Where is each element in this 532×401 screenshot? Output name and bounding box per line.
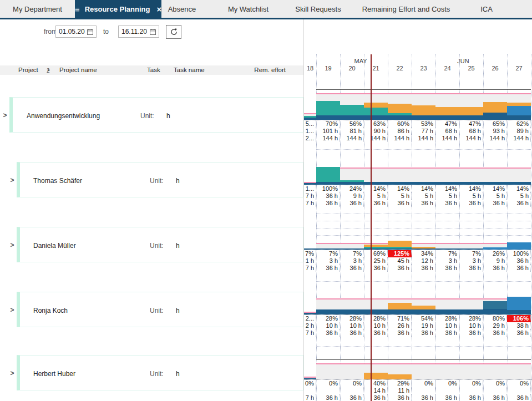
value-cell: 36 h bbox=[388, 200, 412, 207]
utilization-bar-stack bbox=[304, 337, 316, 379]
value-cell: 3 h bbox=[316, 257, 340, 265]
value-cell: 54% bbox=[412, 315, 435, 322]
expander-icon[interactable]: > bbox=[9, 176, 16, 184]
value-cell: 7% bbox=[435, 250, 459, 257]
column-header-rem-effort[interactable]: Rem. effort bbox=[252, 67, 286, 73]
value-cell: 36 h bbox=[483, 394, 507, 401]
value-cell: 14% bbox=[412, 185, 435, 192]
value-cell: 14% bbox=[459, 185, 483, 192]
tab-ica[interactable]: ICA bbox=[470, 0, 503, 18]
value-cell: 36 h bbox=[412, 394, 435, 401]
value-cell: 56% bbox=[340, 120, 364, 128]
project-row-card[interactable]: AnwendungsentwicklungUnit:h bbox=[9, 97, 303, 133]
utilization-bar-stack bbox=[507, 207, 531, 250]
value-cell: 53% bbox=[412, 120, 435, 128]
tab-label: Absence bbox=[168, 5, 196, 13]
value-cell: 144 h bbox=[412, 135, 435, 142]
value-cell: 106% bbox=[507, 315, 531, 322]
value-cell: 1... bbox=[304, 185, 316, 192]
bar-segment-or bbox=[483, 102, 507, 113]
refresh-button[interactable] bbox=[166, 25, 181, 39]
value-cell: 7% bbox=[340, 250, 364, 257]
column-header-task-name[interactable]: Task name bbox=[174, 67, 205, 73]
person-row-card[interactable]: Daniela MüllerUnit:h bbox=[17, 227, 303, 262]
expander-icon[interactable]: > bbox=[9, 241, 16, 249]
month-label: JUN bbox=[447, 58, 480, 64]
value-cell: 36 h bbox=[459, 265, 483, 272]
resource-planning-app: My Department≡Resource Planning×AbsenceM… bbox=[0, 0, 532, 401]
value-cell: 28% bbox=[459, 315, 483, 322]
value-line-pct: 1...100%24%14%14%14%14%14%14%14% bbox=[304, 185, 532, 192]
value-cell: 36 h bbox=[316, 265, 340, 272]
utilization-bar-stack bbox=[304, 78, 316, 120]
utilization-bar-stack bbox=[412, 78, 435, 120]
person-name: Herbert Huber bbox=[33, 370, 75, 378]
value-cell: 36 h bbox=[412, 200, 435, 207]
value-cell: 28% bbox=[316, 315, 340, 322]
menu-burger-icon[interactable]: ≡ bbox=[75, 4, 80, 14]
tab-resource-planning[interactable]: ≡Resource Planning× bbox=[75, 0, 161, 18]
expander-icon[interactable]: > bbox=[2, 111, 8, 119]
column-header-project-name[interactable]: Project name bbox=[59, 67, 97, 73]
expander-icon[interactable]: > bbox=[9, 369, 16, 377]
person-row-card[interactable]: Herbert HuberUnit:h bbox=[17, 355, 303, 390]
person-name: Daniela Müller bbox=[33, 242, 76, 250]
value-cell: 11 h bbox=[388, 387, 412, 394]
tab-my-department[interactable]: My Department bbox=[0, 0, 75, 18]
value-line-used: 1 h3 h3 h25 h45 h12 h3 h3 h9 h36 h bbox=[304, 257, 532, 265]
value-cell: 10 h bbox=[459, 322, 483, 329]
value-rows: 5...70%56%63%60%53%47%47%65%62%1...101 h… bbox=[304, 120, 532, 142]
value-cell: 36 h bbox=[507, 265, 531, 272]
tab-remaining-effort-and-costs[interactable]: Remaining Effort and Costs bbox=[342, 0, 470, 18]
value-cell: 36 h bbox=[316, 200, 340, 207]
content-area: from 01.05.20 to 16.11.20 Project 2▲ Pro… bbox=[0, 19, 532, 401]
tab-my-watchlist[interactable]: My Watchlist bbox=[202, 0, 294, 18]
value-line-pct: 2...28%28%28%71%54%28%28%80%106% bbox=[304, 315, 532, 322]
bar-segment-or bbox=[364, 373, 388, 379]
value-cell bbox=[412, 387, 435, 394]
value-cell: 90 h bbox=[364, 128, 388, 135]
expander-icon[interactable]: > bbox=[9, 306, 16, 314]
today-marker-line bbox=[371, 54, 372, 401]
tab-close-icon[interactable]: × bbox=[156, 4, 161, 14]
utilization-bar-stack bbox=[459, 78, 483, 120]
value-cell: 19 h bbox=[412, 322, 435, 329]
tab-skill-requests[interactable]: Skill Requests bbox=[294, 0, 342, 18]
utilization-bar-stack bbox=[364, 78, 388, 120]
date-from-input[interactable]: 01.05.20 bbox=[55, 26, 97, 38]
utilization-bar-stack bbox=[435, 207, 459, 250]
value-line-used: 2 h10 h10 h10 h26 h19 h10 h10 h29 h38 h bbox=[304, 322, 532, 329]
value-cell: 36 h bbox=[507, 257, 531, 265]
value-cell: 36 h bbox=[507, 200, 531, 207]
value-cell: 0% bbox=[483, 380, 507, 387]
value-cell: 69% bbox=[364, 250, 388, 257]
person-row-card[interactable]: Ronja KochUnit:h bbox=[17, 292, 303, 327]
unit-label: Unit: bbox=[150, 177, 164, 185]
value-cell: 2... bbox=[304, 315, 316, 322]
value-cell: 7 h bbox=[304, 265, 316, 272]
column-header-project[interactable]: Project bbox=[18, 67, 38, 73]
bar-segment-db bbox=[507, 115, 531, 120]
value-cell: 65% bbox=[483, 120, 507, 128]
bar-segment-db bbox=[483, 309, 507, 314]
value-cell: 10 h bbox=[340, 322, 364, 329]
unit-label: Unit: bbox=[150, 307, 164, 314]
gridline-100pct bbox=[316, 346, 531, 347]
column-header-task[interactable]: Task bbox=[147, 67, 160, 73]
value-cell: 3 h bbox=[340, 257, 364, 265]
value-cell: 5 h bbox=[388, 192, 412, 200]
value-cell: 26% bbox=[483, 250, 507, 257]
utilization-bar-stack bbox=[507, 143, 531, 185]
refresh-icon bbox=[170, 28, 178, 36]
date-to-input[interactable]: 16.11.20 bbox=[118, 26, 159, 38]
tab-absence[interactable]: Absence bbox=[161, 0, 202, 18]
value-line-pct: 7%7%7%69%125%34%7%7%26%100% bbox=[304, 250, 532, 257]
bar-segment-db bbox=[435, 309, 459, 314]
value-cell bbox=[340, 387, 364, 394]
value-cell: 26 h bbox=[388, 322, 412, 329]
bar-segment-db bbox=[340, 115, 364, 120]
value-cell: 36 h bbox=[340, 265, 364, 272]
utilization-bar-stack bbox=[316, 272, 340, 314]
utilization-bar-stack bbox=[364, 207, 388, 250]
person-row-card[interactable]: Thomas SchäferUnit:h bbox=[17, 162, 303, 197]
